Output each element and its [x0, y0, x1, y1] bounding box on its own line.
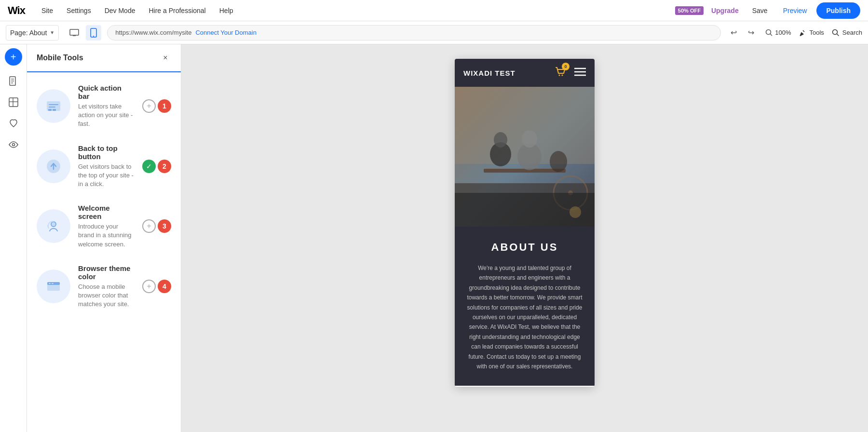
- tool-name-quick-action: Quick action bar: [78, 84, 135, 100]
- sec-bar-right: ↩ ↪ 100% Tools Search: [727, 26, 862, 40]
- wix-logo: Wix: [8, 4, 25, 17]
- nav-right: 50% OFF Upgrade Save Preview Publish: [675, 2, 860, 19]
- search-button[interactable]: Search: [832, 29, 862, 37]
- mobile-about-content: ABOUT US We're a young and talented grou…: [455, 227, 595, 386]
- nav-menu: Site Settings Dev Mode Hire a Profession…: [35, 0, 240, 21]
- step-badge-1: 1: [158, 99, 171, 113]
- svg-point-40: [550, 151, 567, 172]
- tool-item-quick-action: Quick action bar Let visitors take actio…: [27, 76, 181, 136]
- cart-badge: 0: [562, 63, 570, 70]
- mobile-preview: WIXADI TEST 0: [455, 59, 595, 387]
- nav-devmode[interactable]: Dev Mode: [98, 0, 142, 21]
- svg-rect-44: [455, 193, 595, 227]
- tool-desc-back-to-top: Get visitors back to the top of your sit…: [78, 162, 135, 189]
- tool-info-welcome-screen: Welcome screen Introduce your brand in a…: [78, 204, 135, 249]
- mobile-tools-panel: Mobile Tools × Quick action bar Let: [27, 44, 181, 432]
- hero-photo: [455, 87, 595, 227]
- panel-header: Mobile Tools ×: [27, 44, 181, 72]
- tool-icon-back-to-top: [37, 149, 70, 183]
- top-navbar: Wix Site Settings Dev Mode Hire a Profes…: [0, 0, 868, 21]
- tool-info-quick-action: Quick action bar Let visitors take actio…: [78, 84, 135, 129]
- side-icon-bar: +: [0, 44, 27, 432]
- tool-actions-back-to-top: ✓ 2: [142, 160, 171, 173]
- nav-settings[interactable]: Settings: [60, 0, 98, 21]
- pages-button[interactable]: [4, 71, 23, 91]
- tool-item-browser-theme: Browser theme color Choose a mobile brow…: [27, 256, 181, 317]
- add-element-button[interactable]: +: [5, 48, 22, 66]
- tool-item-welcome-screen: Welcome screen Introduce your brand in a…: [27, 196, 181, 256]
- preview-button[interactable]: Preview: [777, 3, 813, 18]
- connect-domain-link[interactable]: Connect Your Domain: [195, 29, 256, 36]
- tool-desc-welcome-screen: Introduce your brand in a stunning welco…: [78, 222, 135, 249]
- step-badge-2: 2: [158, 160, 171, 173]
- publish-button[interactable]: Publish: [816, 2, 860, 19]
- nav-help[interactable]: Help: [213, 0, 240, 21]
- search-label: Search: [842, 29, 862, 36]
- tool-desc-quick-action: Let visitors take action on your site - …: [78, 102, 135, 129]
- step-badge-4: 4: [158, 280, 171, 293]
- tool-icon-browser-theme: [37, 270, 70, 303]
- cart-icon-wrap[interactable]: 0: [554, 66, 567, 80]
- check-done-back-to-top: ✓: [142, 160, 156, 173]
- mobile-about-title: ABOUT US: [464, 241, 585, 254]
- tool-info-back-to-top: Back to top button Get visitors back to …: [78, 144, 135, 189]
- close-panel-button[interactable]: ×: [160, 52, 171, 64]
- mobile-header-icons: 0: [554, 66, 586, 80]
- svg-rect-18: [53, 109, 56, 111]
- tool-info-browser-theme: Browser theme color Choose a mobile brow…: [78, 264, 135, 309]
- tool-icon-quick-action: [37, 89, 70, 123]
- save-button[interactable]: Save: [746, 3, 773, 18]
- tools-button[interactable]: Tools: [799, 29, 824, 37]
- chevron-down-icon: ▼: [50, 30, 54, 35]
- nav-site[interactable]: Site: [35, 0, 60, 21]
- svg-rect-0: [70, 29, 79, 35]
- tool-name-welcome-screen: Welcome screen: [78, 204, 135, 220]
- add-welcome-screen-button[interactable]: +: [142, 219, 156, 233]
- tool-actions-welcome-screen: + 3: [142, 219, 171, 233]
- mobile-hero-image: [455, 87, 595, 227]
- canvas-area: WIXADI TEST 0: [181, 44, 868, 432]
- upgrade-button[interactable]: Upgrade: [707, 7, 743, 14]
- nav-hire[interactable]: Hire a Professional: [142, 0, 212, 21]
- hamburger-icon[interactable]: [574, 68, 586, 78]
- svg-rect-17: [48, 109, 52, 111]
- tool-name-browser-theme: Browser theme color: [78, 264, 135, 281]
- zoom-indicator: 100%: [765, 29, 791, 37]
- tool-actions-quick-action: + 1: [142, 99, 171, 113]
- svg-point-28: [562, 75, 563, 76]
- svg-rect-26: [52, 283, 54, 284]
- url-text: https://www.wix.com/mysite: [115, 29, 191, 36]
- add-quick-action-button[interactable]: +: [142, 99, 156, 113]
- svg-point-3: [93, 36, 94, 37]
- eye-button[interactable]: [4, 135, 23, 154]
- svg-rect-12: [9, 98, 18, 107]
- redo-button[interactable]: ↪: [744, 26, 758, 40]
- apps-button[interactable]: [4, 114, 23, 133]
- panel-title: Mobile Tools: [37, 54, 83, 62]
- tools-list: Quick action bar Let visitors take actio…: [27, 72, 181, 320]
- discount-badge: 50% OFF: [675, 6, 704, 15]
- zoom-level: 100%: [775, 29, 791, 36]
- svg-point-15: [12, 144, 14, 146]
- page-selector-label: Page: About: [10, 29, 47, 37]
- svg-point-22: [51, 222, 56, 227]
- tool-name-back-to-top: Back to top button: [78, 144, 135, 161]
- design-button[interactable]: [4, 93, 23, 112]
- undo-button[interactable]: ↩: [727, 26, 740, 40]
- url-bar: https://www.wix.com/mysite Connect Your …: [107, 25, 721, 40]
- page-selector[interactable]: Page: About ▼: [6, 25, 59, 40]
- svg-rect-20: [49, 107, 55, 108]
- tool-actions-browser-theme: + 4: [142, 280, 171, 293]
- add-browser-theme-button[interactable]: +: [142, 280, 156, 293]
- svg-point-37: [494, 132, 507, 148]
- svg-point-27: [559, 75, 560, 76]
- svg-point-39: [522, 130, 537, 148]
- svg-line-7: [837, 34, 839, 36]
- step-badge-3: 3: [158, 219, 171, 233]
- mobile-about-text: We're a young and talented group of entr…: [464, 263, 585, 371]
- tool-item-back-to-top: Back to top button Get visitors back to …: [27, 136, 181, 197]
- mobile-view-icon[interactable]: [86, 25, 101, 40]
- view-icons: [67, 25, 101, 40]
- svg-rect-19: [49, 104, 58, 105]
- desktop-view-icon[interactable]: [67, 25, 82, 40]
